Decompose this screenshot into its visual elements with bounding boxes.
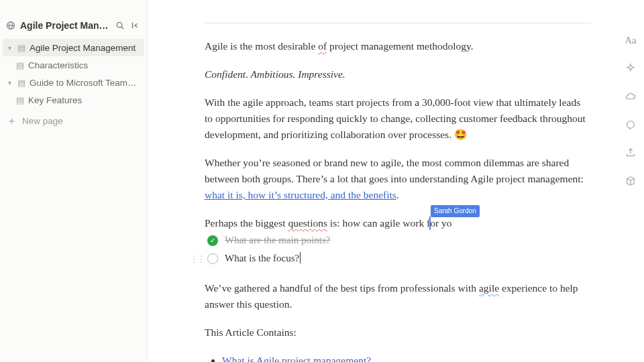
contents-list: What is Agile project management? When y… xyxy=(222,353,591,362)
todo-list: ✓ What are the main points? ⋮⋮ What is t… xyxy=(207,231,591,268)
comment-icon[interactable] xyxy=(624,118,637,131)
collaborator-caret xyxy=(429,217,431,230)
paragraph[interactable]: Perhaps the biggest questions is: how ca… xyxy=(205,215,591,231)
workspace-title: Agile Project Management xyxy=(20,20,111,31)
page-row-characteristics[interactable]: ▤ Characteristics xyxy=(3,56,144,74)
page-label: Agile Project Management xyxy=(30,43,140,53)
page-icon: ▤ xyxy=(16,78,27,88)
collapse-sidebar-icon[interactable] xyxy=(129,20,140,31)
new-page-button[interactable]: ＋ New page xyxy=(0,111,147,130)
new-page-label: New page xyxy=(22,116,63,126)
page-label: Characteristics xyxy=(28,60,140,70)
link-contents[interactable]: What is Agile project management? xyxy=(222,355,371,362)
editor-area: Agile is the most desirable of project m… xyxy=(148,0,644,362)
globe-icon xyxy=(5,20,16,31)
sidebar: Agile Project Management ▾ ▤ Agile Proje… xyxy=(0,0,148,362)
paragraph[interactable]: We’ve gathered a handful of the best tip… xyxy=(205,280,591,312)
page-icon: ▤ xyxy=(16,43,27,53)
todo-text[interactable]: What are the main points? xyxy=(225,233,330,248)
page-tree: ▾ ▤ Agile Project Management ▤ Character… xyxy=(0,38,147,109)
page-row-teams-guide[interactable]: ▾ ▤ Guide to Microsoft Teams Project… xyxy=(3,74,144,91)
contents-heading[interactable]: This Article Contains: xyxy=(205,324,591,341)
todo-item[interactable]: ✓ What are the main points? xyxy=(207,231,591,249)
title-divider xyxy=(205,23,591,23)
chevron-down-icon[interactable]: ▾ xyxy=(5,44,13,52)
page-icon: ▤ xyxy=(15,60,25,70)
drag-handle-icon[interactable]: ⋮⋮ xyxy=(190,253,205,265)
document-body[interactable]: Agile is the most desirable of project m… xyxy=(205,0,591,362)
svg-point-6 xyxy=(627,121,635,129)
right-rail: Aa xyxy=(617,34,644,188)
star-eyes-emoji: 🤩 xyxy=(454,129,467,140)
todo-text[interactable]: What is the focus? xyxy=(225,251,301,266)
page-row-agile-pm[interactable]: ▾ ▤ Agile Project Management xyxy=(3,39,144,56)
paragraph[interactable]: Whether you’re seasoned or brand new to … xyxy=(205,155,591,203)
contents-item[interactable]: What is Agile project management? xyxy=(222,353,591,362)
page-label: Guide to Microsoft Teams Project… xyxy=(30,78,140,88)
text-caret xyxy=(300,252,301,263)
page-row-key-features[interactable]: ▤ Key Features xyxy=(3,91,144,109)
page-label: Key Features xyxy=(28,95,140,105)
search-icon[interactable] xyxy=(115,20,125,31)
paragraph[interactable]: With the agile approach, teams start pro… xyxy=(205,95,591,143)
paragraph-tagline[interactable]: Confident. Ambitious. Impressive. xyxy=(205,66,591,82)
svg-point-3 xyxy=(117,22,122,27)
svg-line-4 xyxy=(121,27,123,29)
typography-button[interactable]: Aa xyxy=(624,34,637,47)
checkbox-checked-icon[interactable]: ✓ xyxy=(207,235,218,246)
link-what-it-is[interactable]: what it is, how it’s structured, and the… xyxy=(205,189,396,200)
settings-cube-icon[interactable] xyxy=(624,174,637,188)
share-icon[interactable] xyxy=(624,146,637,160)
page-icon: ▤ xyxy=(15,95,25,105)
workspace-header[interactable]: Agile Project Management xyxy=(0,17,147,38)
ai-sparkle-icon[interactable] xyxy=(624,62,637,75)
plus-icon: ＋ xyxy=(7,115,17,127)
checkbox-unchecked-icon[interactable] xyxy=(207,253,218,264)
collaborator-label: Sarah Gordon xyxy=(431,205,480,217)
cloud-icon[interactable] xyxy=(624,90,637,103)
todo-item[interactable]: ⋮⋮ What is the focus? xyxy=(207,249,591,267)
paragraph[interactable]: Agile is the most desirable of project m… xyxy=(205,38,591,54)
chevron-down-icon[interactable]: ▾ xyxy=(5,79,13,86)
